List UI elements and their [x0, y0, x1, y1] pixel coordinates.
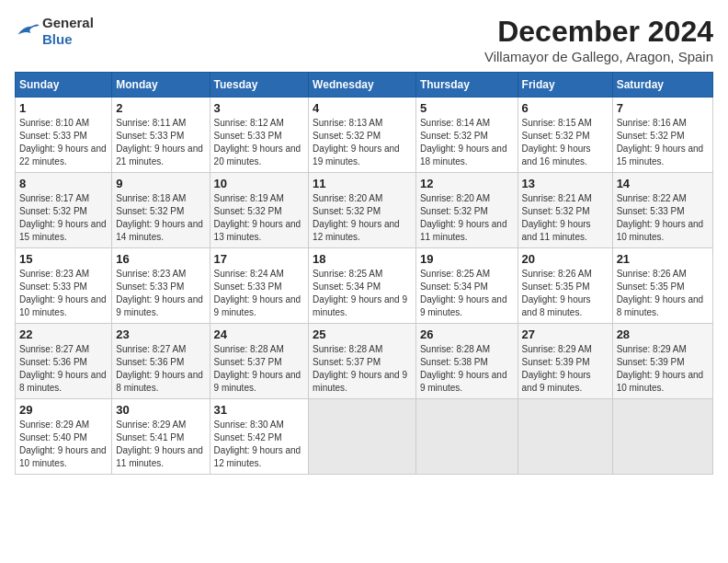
day-info: Sunrise: 8:12 AM Sunset: 5:33 PM Dayligh… — [214, 117, 305, 168]
calendar-title: December 2024 — [484, 15, 713, 49]
calendar-cell — [309, 399, 416, 475]
calendar-cell: 23 Sunrise: 8:27 AM Sunset: 5:36 PM Dayl… — [112, 324, 210, 399]
logo-general-text: General — [42, 15, 94, 30]
day-number: 10 — [214, 177, 305, 190]
day-info: Sunrise: 8:21 AM Sunset: 5:32 PM Dayligh… — [522, 192, 609, 244]
day-number: 13 — [522, 177, 609, 190]
day-of-week-header: Friday — [518, 73, 612, 98]
day-number: 20 — [522, 252, 609, 266]
day-info: Sunrise: 8:29 AM Sunset: 5:40 PM Dayligh… — [19, 419, 108, 470]
calendar-cell: 22 Sunrise: 8:27 AM Sunset: 5:36 PM Dayl… — [16, 324, 112, 399]
calendar-cell: 26 Sunrise: 8:28 AM Sunset: 5:38 PM Dayl… — [415, 324, 518, 399]
day-info: Sunrise: 8:28 AM Sunset: 5:37 PM Dayligh… — [313, 343, 412, 395]
day-number: 21 — [617, 252, 709, 266]
day-info: Sunrise: 8:29 AM Sunset: 5:39 PM Dayligh… — [522, 343, 609, 395]
day-info: Sunrise: 8:27 AM Sunset: 5:36 PM Dayligh… — [116, 343, 205, 395]
day-number: 6 — [522, 101, 609, 115]
day-info: Sunrise: 8:25 AM Sunset: 5:34 PM Dayligh… — [313, 268, 412, 319]
day-number: 22 — [19, 327, 108, 341]
day-number: 15 — [19, 252, 108, 266]
page-header: General Blue December 2024 Villamayor de… — [15, 15, 713, 64]
day-of-week-header: Thursday — [415, 73, 518, 98]
day-info: Sunrise: 8:10 AM Sunset: 5:33 PM Dayligh… — [19, 117, 108, 168]
day-number: 17 — [214, 252, 305, 266]
calendar-cell: 4 Sunrise: 8:13 AM Sunset: 5:32 PM Dayli… — [309, 98, 416, 173]
day-of-week-header: Wednesday — [309, 73, 416, 98]
day-number: 25 — [313, 327, 412, 341]
calendar-cell: 31 Sunrise: 8:30 AM Sunset: 5:42 PM Dayl… — [210, 399, 309, 475]
day-info: Sunrise: 8:16 AM Sunset: 5:32 PM Dayligh… — [617, 117, 709, 168]
day-info: Sunrise: 8:20 AM Sunset: 5:32 PM Dayligh… — [313, 192, 412, 244]
calendar-cell: 13 Sunrise: 8:21 AM Sunset: 5:32 PM Dayl… — [518, 173, 612, 248]
day-number: 19 — [420, 252, 514, 266]
calendar-cell: 27 Sunrise: 8:29 AM Sunset: 5:39 PM Dayl… — [518, 324, 612, 399]
day-info: Sunrise: 8:27 AM Sunset: 5:36 PM Dayligh… — [19, 343, 108, 395]
calendar-cell: 25 Sunrise: 8:28 AM Sunset: 5:37 PM Dayl… — [309, 324, 416, 399]
calendar-cell: 11 Sunrise: 8:20 AM Sunset: 5:32 PM Dayl… — [309, 173, 416, 248]
day-info: Sunrise: 8:26 AM Sunset: 5:35 PM Dayligh… — [617, 268, 709, 319]
day-info: Sunrise: 8:25 AM Sunset: 5:34 PM Dayligh… — [420, 268, 514, 319]
day-info: Sunrise: 8:28 AM Sunset: 5:37 PM Dayligh… — [214, 343, 305, 395]
day-number: 18 — [313, 252, 412, 266]
day-info: Sunrise: 8:15 AM Sunset: 5:32 PM Dayligh… — [522, 117, 609, 168]
calendar-cell: 12 Sunrise: 8:20 AM Sunset: 5:32 PM Dayl… — [415, 173, 518, 248]
day-info: Sunrise: 8:29 AM Sunset: 5:39 PM Dayligh… — [617, 343, 709, 395]
day-number: 29 — [19, 403, 108, 417]
logo: General Blue — [15, 15, 94, 48]
calendar-cell: 17 Sunrise: 8:24 AM Sunset: 5:33 PM Dayl… — [210, 248, 309, 324]
calendar-cell — [518, 399, 612, 475]
day-info: Sunrise: 8:23 AM Sunset: 5:33 PM Dayligh… — [19, 268, 108, 319]
calendar-cell — [415, 399, 518, 475]
calendar-cell: 20 Sunrise: 8:26 AM Sunset: 5:35 PM Dayl… — [518, 248, 612, 324]
day-of-week-header: Tuesday — [210, 73, 309, 98]
day-info: Sunrise: 8:20 AM Sunset: 5:32 PM Dayligh… — [420, 192, 514, 244]
calendar-cell: 1 Sunrise: 8:10 AM Sunset: 5:33 PM Dayli… — [16, 98, 112, 173]
day-number: 27 — [522, 327, 609, 341]
day-number: 2 — [116, 101, 205, 115]
calendar-cell: 28 Sunrise: 8:29 AM Sunset: 5:39 PM Dayl… — [612, 324, 712, 399]
calendar-table: SundayMondayTuesdayWednesdayThursdayFrid… — [15, 72, 713, 475]
day-number: 9 — [116, 177, 205, 190]
day-info: Sunrise: 8:26 AM Sunset: 5:35 PM Dayligh… — [522, 268, 609, 319]
logo-bird-icon — [15, 21, 40, 41]
logo-blue-text: Blue — [42, 31, 73, 47]
calendar-cell: 2 Sunrise: 8:11 AM Sunset: 5:33 PM Dayli… — [112, 98, 210, 173]
day-number: 3 — [214, 101, 305, 115]
day-info: Sunrise: 8:22 AM Sunset: 5:33 PM Dayligh… — [617, 192, 709, 244]
calendar-cell: 29 Sunrise: 8:29 AM Sunset: 5:40 PM Dayl… — [16, 399, 112, 475]
day-of-week-header: Saturday — [612, 73, 712, 98]
day-of-week-header: Sunday — [16, 73, 112, 98]
day-info: Sunrise: 8:18 AM Sunset: 5:32 PM Dayligh… — [116, 192, 205, 244]
day-number: 12 — [420, 177, 514, 190]
calendar-cell: 18 Sunrise: 8:25 AM Sunset: 5:34 PM Dayl… — [309, 248, 416, 324]
day-info: Sunrise: 8:19 AM Sunset: 5:32 PM Dayligh… — [214, 192, 305, 244]
calendar-cell: 8 Sunrise: 8:17 AM Sunset: 5:32 PM Dayli… — [16, 173, 112, 248]
calendar-cell: 14 Sunrise: 8:22 AM Sunset: 5:33 PM Dayl… — [612, 173, 712, 248]
day-number: 5 — [420, 101, 514, 115]
calendar-cell: 3 Sunrise: 8:12 AM Sunset: 5:33 PM Dayli… — [210, 98, 309, 173]
day-number: 8 — [19, 177, 108, 190]
day-info: Sunrise: 8:29 AM Sunset: 5:41 PM Dayligh… — [116, 419, 205, 470]
calendar-cell: 21 Sunrise: 8:26 AM Sunset: 5:35 PM Dayl… — [612, 248, 712, 324]
calendar-cell: 24 Sunrise: 8:28 AM Sunset: 5:37 PM Dayl… — [210, 324, 309, 399]
day-number: 26 — [420, 327, 514, 341]
day-number: 16 — [116, 252, 205, 266]
day-number: 23 — [116, 327, 205, 341]
day-number: 28 — [617, 327, 709, 341]
day-info: Sunrise: 8:14 AM Sunset: 5:32 PM Dayligh… — [420, 117, 514, 168]
day-of-week-header: Monday — [112, 73, 210, 98]
day-number: 4 — [313, 101, 412, 115]
calendar-cell — [612, 399, 712, 475]
calendar-cell: 19 Sunrise: 8:25 AM Sunset: 5:34 PM Dayl… — [415, 248, 518, 324]
calendar-cell: 15 Sunrise: 8:23 AM Sunset: 5:33 PM Dayl… — [16, 248, 112, 324]
day-info: Sunrise: 8:30 AM Sunset: 5:42 PM Dayligh… — [214, 419, 305, 470]
day-number: 7 — [617, 101, 709, 115]
calendar-cell: 10 Sunrise: 8:19 AM Sunset: 5:32 PM Dayl… — [210, 173, 309, 248]
day-info: Sunrise: 8:11 AM Sunset: 5:33 PM Dayligh… — [116, 117, 205, 168]
calendar-cell: 6 Sunrise: 8:15 AM Sunset: 5:32 PM Dayli… — [518, 98, 612, 173]
day-info: Sunrise: 8:23 AM Sunset: 5:33 PM Dayligh… — [116, 268, 205, 319]
calendar-cell: 7 Sunrise: 8:16 AM Sunset: 5:32 PM Dayli… — [612, 98, 712, 173]
calendar-cell: 5 Sunrise: 8:14 AM Sunset: 5:32 PM Dayli… — [415, 98, 518, 173]
day-number: 11 — [313, 177, 412, 190]
day-number: 24 — [214, 327, 305, 341]
